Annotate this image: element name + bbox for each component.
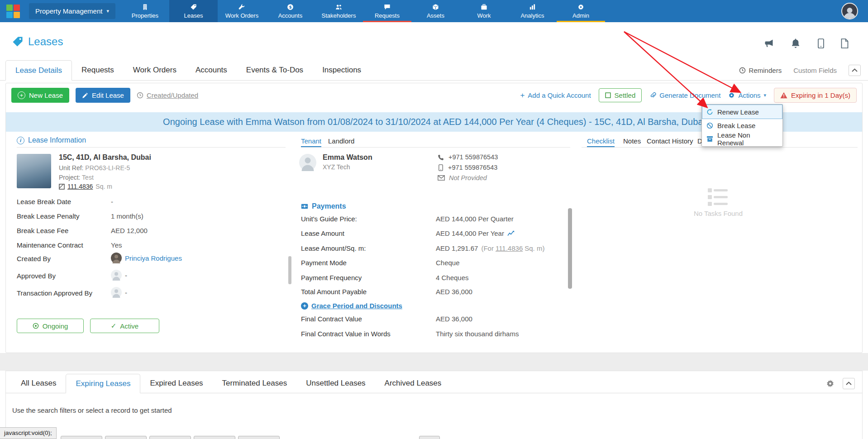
document-icon[interactable] — [841, 38, 849, 48]
tab-lease-details[interactable]: Lease Details — [5, 60, 72, 81]
trend-chart-icon[interactable] — [507, 230, 515, 236]
list-filter-input[interactable] — [105, 436, 147, 439]
settings-gear-icon[interactable] — [826, 379, 835, 388]
status-badge-active[interactable]: ✓ Active — [90, 319, 159, 333]
approved-by-label: Approved By — [17, 272, 56, 280]
expiring-warning-button[interactable]: Expiring in 1 Day(s) — [774, 88, 857, 103]
list-filter-input[interactable] — [61, 436, 102, 439]
list-filter-input[interactable] — [238, 436, 280, 439]
payment-value: 4 Cheques — [436, 274, 469, 282]
list-filter-input[interactable] — [194, 436, 235, 439]
add-quick-account-link[interactable]: + Add a Quick Account — [520, 91, 591, 100]
tab-expiring-leases[interactable]: Expiring Leases — [66, 374, 140, 393]
nav-item-assets[interactable]: Assets — [411, 0, 460, 22]
list-filter-input[interactable] — [419, 436, 440, 439]
nav-item-work[interactable]: Work — [460, 0, 508, 22]
nav-item-analytics[interactable]: Analytics — [508, 0, 557, 22]
gear-icon — [577, 4, 584, 10]
grace-period-link[interactable]: + Grace Period and Discounts — [301, 302, 402, 310]
scrollbar-thumb-left[interactable] — [288, 256, 291, 284]
project-value: Test — [82, 174, 94, 181]
final-contract-label: Final Contract Value — [301, 315, 362, 323]
tab-archived-leases[interactable]: Archived Leases — [375, 374, 451, 393]
tab-notes[interactable]: Notes — [623, 137, 641, 145]
tab-all-leases[interactable]: All Leases — [11, 374, 66, 393]
mobile-app-icon[interactable] — [818, 38, 824, 48]
area-value[interactable]: 111.4836 — [67, 183, 93, 190]
module-switcher[interactable]: Property Management ▾ — [29, 3, 115, 19]
actions-menu-button[interactable]: Actions ▾ — [728, 91, 766, 99]
tab-landlord[interactable]: Landlord — [328, 137, 354, 145]
app-logo[interactable] — [0, 0, 26, 22]
ban-icon — [706, 122, 713, 129]
field-label: Break Lease Penalty — [17, 212, 79, 220]
announcement-icon[interactable] — [764, 38, 774, 48]
checklist-panel: Checklist Notes Contact History Document… — [582, 136, 858, 353]
property-photo[interactable] — [17, 154, 51, 188]
tenant-company: XYZ Tech — [323, 163, 350, 171]
tab-accounts[interactable]: Accounts — [186, 60, 237, 80]
nav-item-label: Analytics — [520, 12, 544, 19]
collapse-panel-button[interactable] — [849, 65, 861, 76]
tab-events-todos[interactable]: Events & To-Dos — [237, 60, 313, 80]
nav-item-properties[interactable]: Properties — [121, 0, 169, 22]
check-icon: ✓ — [111, 322, 117, 330]
tab-checklist[interactable]: Checklist — [587, 137, 615, 145]
new-lease-button[interactable]: + New Lease — [11, 88, 69, 103]
final-words-label: Final Contract Value in Words — [301, 330, 391, 338]
payment-value: AED 144,000 Per Quarter — [436, 215, 514, 223]
payment-value: Cheque — [436, 259, 460, 267]
payments-header: Payments — [301, 202, 346, 210]
collapse-list-button[interactable] — [843, 378, 855, 389]
tab-inspections[interactable]: Inspections — [313, 60, 371, 80]
list-filter-input[interactable] — [149, 436, 191, 439]
created-updated-link[interactable]: Created/Updated — [137, 91, 198, 99]
user-avatar[interactable] — [841, 3, 858, 19]
notifications-bell-icon[interactable] — [791, 38, 800, 48]
browser-status-tooltip: javascript:void(0); — [0, 427, 57, 439]
custom-fields-link[interactable]: Custom Fields — [793, 67, 837, 74]
generate-document-link[interactable]: Generate Document — [649, 91, 720, 99]
tab-terminated-leases[interactable]: Terminated Leases — [213, 374, 297, 393]
tab-tenant[interactable]: Tenant — [301, 137, 321, 145]
menu-item-renew-lease[interactable]: Renew Lease — [702, 105, 782, 119]
status-badge-ongoing[interactable]: Ongoing — [17, 319, 84, 333]
final-words-value: Thirty six thousand dirhams — [436, 330, 519, 338]
scrollbar-thumb[interactable] — [568, 208, 572, 289]
nav-item-requests[interactable]: Requests — [363, 0, 411, 22]
settled-button[interactable]: Settled — [599, 88, 642, 102]
nav-item-stakeholders[interactable]: Stakeholders — [315, 0, 363, 22]
reminders-link[interactable]: Reminders — [739, 67, 782, 74]
requests-underline — [363, 21, 411, 22]
comment-icon — [384, 4, 391, 10]
nav-item-work-orders[interactable]: Work Orders — [218, 0, 266, 22]
nav-item-accounts[interactable]: $ Accounts — [266, 0, 315, 22]
tab-expired-leases[interactable]: Expired Leases — [140, 374, 212, 393]
nav-item-label: Accounts — [278, 12, 302, 19]
payment-value: AED 1,291.67 (For 111.4836 Sq. m) — [436, 244, 544, 252]
tab-work-orders[interactable]: Work Orders — [124, 60, 186, 80]
section-gap — [0, 353, 868, 371]
svg-text:$: $ — [289, 5, 291, 9]
warning-triangle-icon — [780, 92, 787, 99]
nav-item-label: Properties — [132, 12, 158, 19]
field-label: Lease Break Date — [17, 198, 71, 205]
edit-lease-button[interactable]: Edit Lease — [76, 88, 130, 103]
area-value-link[interactable]: 111.4836 — [496, 244, 523, 252]
envelope-icon — [438, 175, 445, 181]
nav-item-leases[interactable]: Leases — [169, 0, 218, 22]
money-icon — [301, 204, 308, 209]
pencil-icon — [82, 92, 88, 99]
payment-label: Unit's Guide Price: — [301, 215, 357, 223]
created-by-user-link[interactable]: Princiya Rodrigues — [125, 254, 182, 262]
nav-item-admin[interactable]: Admin — [557, 0, 605, 22]
tab-requests[interactable]: Requests — [72, 60, 124, 80]
menu-item-lease-non-renewal[interactable]: Lease Non Renewal — [702, 132, 782, 146]
tab-contact-history[interactable]: Contact History — [647, 137, 693, 145]
chevron-up-icon — [846, 382, 852, 385]
tab-unsettled-leases[interactable]: Unsettled Leases — [296, 374, 375, 393]
plus-icon: + — [520, 91, 525, 100]
leases-list-tabbar: All Leases Expiring Leases Expired Lease… — [6, 374, 862, 393]
menu-item-break-lease[interactable]: Break Lease — [702, 119, 782, 132]
chevron-down-icon: ▾ — [764, 92, 767, 98]
